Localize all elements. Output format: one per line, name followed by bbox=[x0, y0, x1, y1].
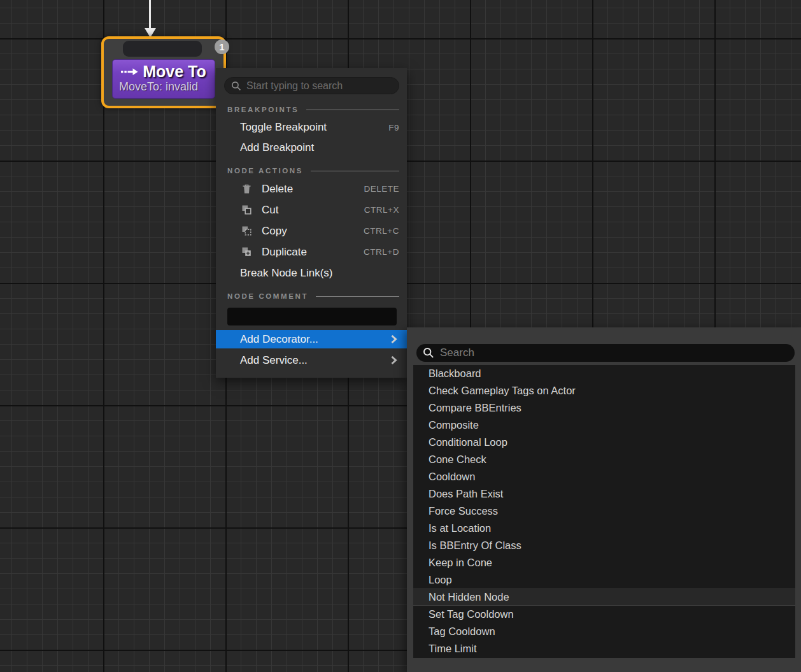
menu-item-add-decorator[interactable]: Add Decorator... bbox=[216, 330, 407, 348]
decorator-item[interactable]: Force Success bbox=[413, 503, 795, 520]
node-title: Move To bbox=[143, 62, 206, 81]
menu-item-add-service[interactable]: Add Service... bbox=[216, 351, 407, 369]
decorator-item[interactable]: Keep in Cone bbox=[413, 554, 795, 571]
context-search-input[interactable] bbox=[246, 80, 392, 92]
menu-item-toggle-breakpoint[interactable]: Toggle Breakpoint F9 bbox=[216, 117, 407, 138]
duplicate-icon bbox=[241, 247, 252, 257]
decorator-item[interactable]: Check Gameplay Tags on Actor bbox=[413, 382, 795, 399]
node-comment-bubble bbox=[123, 41, 202, 57]
decorator-item[interactable]: Loop bbox=[413, 571, 795, 589]
decorator-item[interactable]: Blackboard bbox=[413, 365, 795, 382]
node-subtitle: MoveTo: invalid bbox=[118, 80, 209, 94]
decorator-item[interactable]: Is BBEntry Of Class bbox=[413, 537, 795, 554]
decorator-item[interactable]: Does Path Exist bbox=[413, 485, 795, 503]
shortcut-label: CTRL+X bbox=[364, 205, 399, 215]
menu-item-delete[interactable]: Delete DELETE bbox=[216, 178, 407, 199]
shortcut-label: CTRL+D bbox=[364, 247, 399, 257]
decorator-item[interactable]: Conditional Loop bbox=[413, 434, 795, 451]
submenu-search[interactable] bbox=[416, 344, 795, 362]
shortcut-label: CTRL+C bbox=[364, 226, 399, 236]
search-icon bbox=[231, 81, 241, 91]
trash-icon bbox=[241, 183, 252, 194]
decorator-item[interactable]: Compare BBEntries bbox=[413, 399, 795, 417]
node-connection-wire bbox=[149, 0, 151, 29]
decorator-item[interactable]: Composite bbox=[413, 417, 795, 434]
cut-icon bbox=[241, 204, 252, 215]
behavior-tree-editor: Move To MoveTo: invalid 1 BREAKPOINTS To… bbox=[0, 0, 801, 672]
decorator-item[interactable]: Tag Cooldown bbox=[413, 623, 795, 640]
decorator-item[interactable]: Is at Location bbox=[413, 520, 795, 537]
move-to-node-header[interactable]: Move To MoveTo: invalid bbox=[112, 59, 215, 99]
node-context-menu: BREAKPOINTS Toggle Breakpoint F9 Add Bre… bbox=[216, 68, 407, 378]
chevron-right-icon bbox=[390, 334, 398, 344]
section-node-comment: NODE COMMENT bbox=[216, 289, 407, 304]
context-menu-search[interactable] bbox=[224, 77, 399, 94]
menu-item-cut[interactable]: Cut CTRL+X bbox=[216, 199, 407, 220]
decorator-item-highlighted[interactable]: Not Hidden Node bbox=[413, 589, 795, 606]
section-node-actions: NODE ACTIONS bbox=[216, 163, 407, 178]
node-order-badge: 1 bbox=[215, 39, 229, 54]
decorator-item[interactable]: Cooldown bbox=[413, 468, 795, 485]
decorator-item[interactable]: Set Tag Cooldown bbox=[413, 606, 795, 623]
decorator-list: Blackboard Check Gameplay Tags on Actor … bbox=[413, 365, 795, 658]
menu-item-copy[interactable]: Copy CTRL+C bbox=[216, 220, 407, 241]
add-decorator-submenu: Blackboard Check Gameplay Tags on Actor … bbox=[407, 327, 801, 672]
submenu-search-input[interactable] bbox=[440, 347, 788, 359]
move-to-node[interactable]: Move To MoveTo: invalid bbox=[101, 36, 226, 108]
copy-icon bbox=[241, 225, 252, 236]
task-arrow-icon bbox=[121, 68, 138, 76]
menu-item-add-breakpoint[interactable]: Add Breakpoint bbox=[216, 138, 407, 158]
decorator-item[interactable]: Time Limit bbox=[413, 640, 795, 657]
decorator-item[interactable]: Cone Check bbox=[413, 451, 795, 468]
search-icon bbox=[423, 347, 434, 359]
shortcut-label: DELETE bbox=[364, 184, 399, 194]
node-comment-input[interactable] bbox=[227, 308, 397, 325]
shortcut-label: F9 bbox=[388, 123, 399, 132]
section-breakpoints: BREAKPOINTS bbox=[216, 102, 407, 117]
menu-item-duplicate[interactable]: Duplicate CTRL+D bbox=[216, 241, 407, 262]
menu-item-break-node-links[interactable]: Break Node Link(s) bbox=[216, 262, 407, 283]
chevron-right-icon bbox=[390, 355, 398, 365]
